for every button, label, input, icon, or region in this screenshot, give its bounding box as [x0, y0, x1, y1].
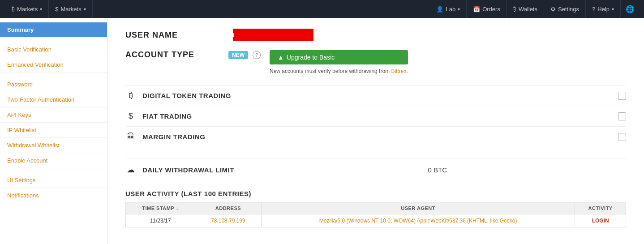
nav-markets-2[interactable]: $ Markets ▾	[49, 0, 92, 18]
sidebar-enable-account-label: Enable Account	[7, 157, 47, 164]
sidebar-ui-settings-label: UI Settings	[7, 177, 36, 184]
col-user-agent: USER AGENT	[261, 202, 575, 214]
sidebar-basic-verification-label: Basic Verification	[7, 46, 52, 53]
globe-icon[interactable]: 🌐	[621, 0, 639, 18]
sidebar-item-password[interactable]: Password	[0, 77, 107, 92]
withdrawal-cloud-icon: ☁	[125, 165, 136, 175]
activity-table: TIME STAMP ↓ ADDRESS USER AGENT ACTIVITY	[125, 202, 626, 227]
nav-lab-label: Lab	[446, 6, 455, 13]
verify-notice: New accounts must verify before withdraw…	[270, 68, 408, 74]
table-row: 11/23/1778.108.79.199Mozilla/5.0 (Window…	[126, 214, 626, 227]
nav-help[interactable]: ? Help ▾	[586, 0, 621, 18]
margin-trading-icon: 🏛	[125, 132, 136, 141]
account-type-row: ACCOUNT TYPE NEW ? ▲ Upgrade to Basic Ne…	[125, 50, 626, 74]
sidebar-item-withdrawal-whitelist[interactable]: Withdrawal Whitelist	[0, 138, 107, 153]
withdrawal-value: 0 BTC	[428, 166, 447, 174]
bittrex-link[interactable]: Bittrex	[391, 68, 406, 74]
sidebar-section-security: Password Two-Factor Authentication API K…	[0, 77, 107, 168]
sidebar-item-summary[interactable]: Summary	[0, 22, 107, 38]
trading-section: ₿ DIGITAL TOKEN TRADING $ FIAT TRADING 🏛…	[125, 85, 626, 147]
sidebar-section-verification: Basic Verification Enhanced Verification	[0, 42, 107, 73]
chevron-down-icon-4: ▾	[612, 7, 614, 12]
nav-markets-1-label: Markets	[17, 6, 38, 13]
account-type-badge: NEW	[228, 51, 248, 59]
sidebar-withdrawal-whitelist-label: Withdrawal Whitelist	[7, 142, 60, 149]
sidebar-enhanced-verification-label: Enhanced Verification	[7, 61, 64, 68]
col-activity: ACTIVITY	[575, 202, 626, 214]
cell-activity: LOGIN	[575, 214, 626, 227]
sidebar-item-notifications[interactable]: Notifications	[0, 188, 107, 203]
fiat-trading-checkbox[interactable]	[618, 112, 626, 120]
nav-markets-1[interactable]: ₿ Markets ▾	[5, 0, 49, 18]
top-nav: ₿ Markets ▾ $ Markets ▾ 👤 Lab ▾ 📅 Orders…	[0, 0, 644, 18]
sidebar-item-api-keys[interactable]: API Keys	[0, 107, 107, 123]
fiat-trading-icon: $	[125, 111, 136, 121]
withdrawal-section: ☁ DAILY WITHDRAWAL LIMIT 0 BTC	[125, 158, 626, 181]
sidebar-2fa-label: Two-Factor Authentication	[7, 96, 74, 103]
nav-orders-label: Orders	[482, 6, 500, 13]
col-address: ADDRESS	[195, 202, 261, 214]
wallets-icon: ₿	[513, 6, 516, 13]
sidebar-item-enhanced-verification[interactable]: Enhanced Verification	[0, 57, 107, 73]
sidebar-api-keys-label: API Keys	[7, 111, 31, 118]
sidebar-item-ui-settings[interactable]: UI Settings	[0, 173, 107, 188]
activity-title: USER ACTIVITY (LAST 100 ENTRIES)	[125, 190, 626, 197]
upgrade-button[interactable]: ▲ Upgrade to Basic	[270, 50, 408, 64]
nav-markets-2-label: Markets	[60, 6, 81, 13]
sidebar-ip-whitelist-label: IP Whitelist	[7, 127, 36, 133]
sidebar-section-settings: UI Settings Notifications	[0, 173, 107, 203]
sidebar-item-ip-whitelist[interactable]: IP Whitelist	[0, 123, 107, 138]
cell-timestamp: 11/23/17	[126, 214, 195, 227]
sidebar-notifications-label: Notifications	[7, 192, 39, 199]
sidebar-item-basic-verification[interactable]: Basic Verification	[0, 42, 107, 57]
withdrawal-label: DAILY WITHDRAWAL LIMIT	[142, 166, 421, 174]
orders-icon: 📅	[473, 6, 480, 13]
help-circle-icon[interactable]: ?	[253, 51, 261, 59]
trading-row-fiat: $ FIAT TRADING	[125, 106, 626, 127]
dollar-icon: $	[55, 6, 58, 13]
digital-token-trading-checkbox[interactable]	[618, 92, 626, 100]
chevron-down-icon-3: ▾	[458, 7, 460, 12]
sidebar-summary-label: Summary	[7, 26, 34, 33]
bitcoin-trading-icon: ₿	[125, 91, 136, 100]
digital-token-trading-label: DIGITAL TOKEN TRADING	[142, 92, 612, 99]
nav-left: ₿ Markets ▾ $ Markets ▾	[5, 0, 430, 18]
main-content: USER NAME ACCOUNT TYPE NEW ? ▲ Upgrade t…	[107, 18, 644, 244]
sidebar: Summary Basic Verification Enhanced Veri…	[0, 18, 107, 244]
nav-wallets-label: Wallets	[519, 6, 537, 13]
upgrade-button-label: Upgrade to Basic	[287, 54, 335, 61]
username-row: USER NAME	[125, 29, 626, 41]
table-header-row: TIME STAMP ↓ ADDRESS USER AGENT ACTIVITY	[126, 202, 626, 214]
activity-section: USER ACTIVITY (LAST 100 ENTRIES) TIME ST…	[125, 190, 626, 227]
cell-address[interactable]: 78.108.79.199	[195, 214, 261, 227]
nav-orders[interactable]: 📅 Orders	[467, 0, 507, 18]
sidebar-item-enable-account[interactable]: Enable Account	[0, 153, 107, 168]
account-type-right: ▲ Upgrade to Basic New accounts must ver…	[270, 50, 408, 74]
sidebar-password-label: Password	[7, 81, 33, 88]
nav-wallets[interactable]: ₿ Wallets	[507, 0, 544, 18]
margin-trading-checkbox[interactable]	[618, 133, 626, 141]
upgrade-icon: ▲	[278, 54, 284, 61]
username-input[interactable]	[233, 29, 313, 41]
account-type-label: ACCOUNT TYPE	[125, 50, 224, 60]
nav-help-label: Help	[597, 6, 610, 13]
sidebar-item-2fa[interactable]: Two-Factor Authentication	[0, 92, 107, 107]
chevron-down-icon: ▾	[40, 7, 42, 12]
page-container: Summary Basic Verification Enhanced Veri…	[0, 18, 644, 244]
nav-settings[interactable]: ⚙ Settings	[544, 0, 586, 18]
help-icon: ?	[592, 6, 595, 13]
lab-icon: 👤	[436, 6, 443, 13]
col-timestamp: TIME STAMP ↓	[126, 202, 195, 214]
trading-row-margin: 🏛 MARGIN TRADING	[125, 127, 626, 147]
nav-lab[interactable]: 👤 Lab ▾	[430, 0, 467, 18]
fiat-trading-label: FIAT TRADING	[142, 112, 612, 120]
chevron-down-icon-2: ▾	[84, 7, 86, 12]
sidebar-section-summary: Summary	[0, 22, 107, 38]
gear-icon: ⚙	[550, 6, 556, 13]
bitcoin-icon: ₿	[12, 6, 15, 13]
username-label: USER NAME	[125, 30, 224, 40]
account-type-left: ACCOUNT TYPE NEW ?	[125, 50, 261, 60]
trading-row-digital: ₿ DIGITAL TOKEN TRADING	[125, 85, 626, 106]
margin-trading-label: MARGIN TRADING	[142, 133, 612, 141]
nav-settings-label: Settings	[558, 6, 579, 13]
